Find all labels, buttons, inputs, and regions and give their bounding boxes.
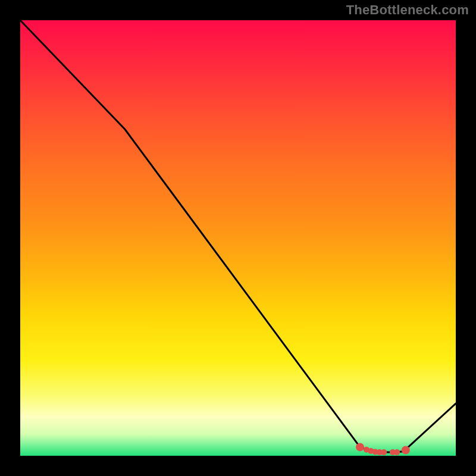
chart-container: TheBottleneck.com	[0, 0, 476, 476]
highlighted-marker	[356, 443, 364, 451]
chart-line	[20, 20, 456, 452]
highlighted-marker	[381, 449, 387, 455]
highlighted-marker	[394, 449, 400, 455]
highlighted-marker	[402, 446, 410, 455]
line-chart-svg	[20, 20, 456, 456]
attribution-label: TheBottleneck.com	[346, 2, 469, 18]
highlighted-marker-group	[356, 443, 410, 455]
plot-area	[20, 20, 456, 456]
